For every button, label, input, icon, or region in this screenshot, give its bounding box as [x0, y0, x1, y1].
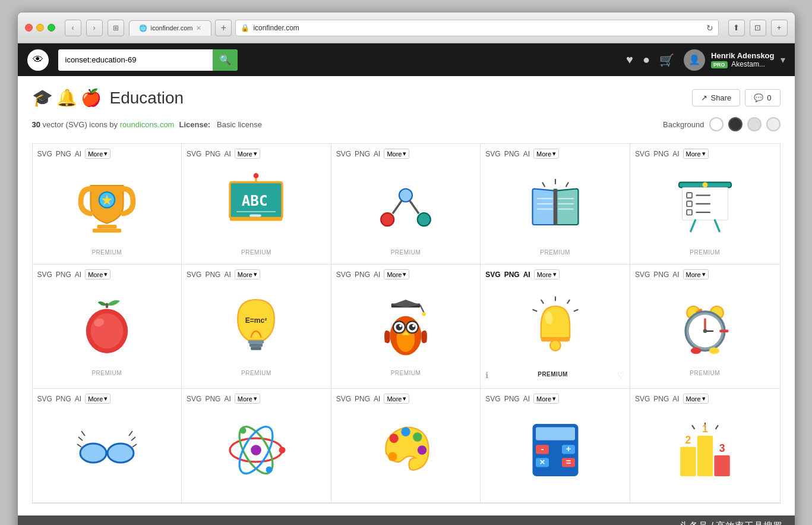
more-dropdown-12[interactable]: More ▾: [235, 394, 260, 404]
png-link-2[interactable]: PNG: [205, 150, 220, 158]
search-button[interactable]: 🔍: [213, 49, 238, 71]
bg-lighter-option[interactable]: [766, 117, 781, 131]
add-tab-button[interactable]: +: [771, 20, 788, 36]
more-dropdown-2[interactable]: More ▾: [235, 149, 260, 159]
more-dropdown-6[interactable]: More ▾: [85, 269, 110, 279]
svg-link-11[interactable]: SVG: [37, 395, 52, 403]
png-link-11[interactable]: PNG: [56, 395, 71, 403]
more-dropdown-4[interactable]: More ▾: [533, 149, 559, 159]
ai-link-12[interactable]: AI: [224, 395, 230, 403]
svg-link-7[interactable]: SVG: [187, 271, 201, 279]
svg-link-5[interactable]: SVG: [635, 150, 650, 158]
favorites-icon[interactable]: ♥: [626, 53, 633, 67]
more-dropdown-9[interactable]: More ▾: [534, 269, 560, 279]
svg-link-14[interactable]: SVG: [485, 395, 500, 403]
svg-link-9[interactable]: SVG: [485, 271, 500, 279]
cart-icon[interactable]: 🛒: [659, 53, 674, 67]
icon-preview-palette[interactable]: [336, 408, 476, 492]
png-link-7[interactable]: PNG: [205, 271, 220, 279]
more-dropdown-10[interactable]: More ▾: [683, 269, 709, 279]
ai-link-15[interactable]: AI: [672, 395, 679, 403]
icon-preview-molecule[interactable]: [336, 164, 476, 247]
provider-link[interactable]: roundicons.com: [120, 120, 175, 129]
back-button[interactable]: ‹: [65, 20, 81, 36]
icon-preview-trophy[interactable]: [37, 164, 177, 247]
png-link-6[interactable]: PNG: [56, 271, 71, 279]
browser-tab[interactable]: 🌐 iconfinder.com ✕: [129, 20, 212, 36]
more-dropdown-7[interactable]: More ▾: [235, 269, 260, 279]
search-input[interactable]: [58, 49, 213, 71]
svg-link-15[interactable]: SVG: [635, 395, 650, 403]
icon-preview-glasses[interactable]: [37, 408, 177, 492]
ai-link-6[interactable]: AI: [75, 271, 81, 279]
ai-link-14[interactable]: AI: [523, 395, 530, 403]
png-link-3[interactable]: PNG: [355, 150, 370, 158]
share-button[interactable]: ↗ Share: [692, 89, 741, 106]
notifications-icon[interactable]: ●: [643, 53, 650, 67]
share-toolbar-button[interactable]: ⬆: [728, 20, 745, 36]
tab-close-icon[interactable]: ✕: [196, 24, 201, 32]
svg-link-10[interactable]: SVG: [635, 271, 650, 279]
more-dropdown-11[interactable]: More ▾: [85, 394, 110, 404]
ai-link[interactable]: AI: [75, 150, 81, 158]
icon-preview-book[interactable]: [485, 164, 625, 247]
ai-link-3[interactable]: AI: [374, 150, 380, 158]
address-bar[interactable]: 🔒 iconfinder.com ↻: [235, 20, 718, 36]
ai-link-4[interactable]: AI: [523, 150, 530, 158]
more-dropdown-13[interactable]: More ▾: [384, 394, 409, 404]
svg-link[interactable]: SVG: [37, 150, 52, 158]
app-logo[interactable]: 👁: [27, 49, 49, 71]
reader-view-button[interactable]: ⊡: [750, 20, 766, 36]
png-link-15[interactable]: PNG: [653, 395, 669, 403]
ai-link-9[interactable]: AI: [523, 271, 530, 279]
bg-light-option[interactable]: [747, 117, 762, 131]
ai-link-5[interactable]: AI: [672, 150, 679, 158]
png-link-4[interactable]: PNG: [504, 150, 520, 158]
more-dropdown-8[interactable]: More ▾: [384, 269, 409, 279]
ai-link-10[interactable]: AI: [672, 271, 679, 279]
svg-link-2[interactable]: SVG: [187, 150, 201, 158]
ai-link-7[interactable]: AI: [224, 271, 230, 279]
icon-preview-atom[interactable]: [187, 408, 326, 492]
svg-link-3[interactable]: SVG: [336, 150, 351, 158]
user-dropdown-icon[interactable]: ▾: [781, 54, 785, 65]
png-link-12[interactable]: PNG: [205, 395, 220, 403]
sidebar-button[interactable]: ⊞: [108, 20, 124, 36]
user-section[interactable]: 👤 Henrik Adenskog PRO Akestam... ▾: [684, 49, 785, 71]
icon-preview-whiteboard[interactable]: [635, 164, 775, 247]
icon-preview-blackboard[interactable]: ABC: [187, 164, 326, 247]
new-tab-button[interactable]: +: [215, 20, 232, 36]
svg-link-4[interactable]: SVG: [485, 150, 500, 158]
icon-preview-owl[interactable]: [336, 284, 476, 367]
more-dropdown-3[interactable]: More ▾: [384, 149, 409, 159]
png-link-5[interactable]: PNG: [653, 150, 669, 158]
svg-link-8[interactable]: SVG: [336, 271, 351, 279]
bg-white-option[interactable]: [709, 117, 723, 131]
minimize-button[interactable]: [36, 24, 44, 32]
svg-link-13[interactable]: SVG: [336, 395, 351, 403]
png-link-10[interactable]: PNG: [653, 271, 669, 279]
ai-link-8[interactable]: AI: [374, 271, 380, 279]
icon-preview-bulb[interactable]: E=mc²: [187, 284, 326, 367]
png-link-8[interactable]: PNG: [355, 271, 370, 279]
forward-button[interactable]: ›: [86, 20, 103, 36]
icon-preview-apple[interactable]: [37, 284, 177, 367]
more-dropdown[interactable]: More ▾: [85, 149, 110, 159]
png-link-13[interactable]: PNG: [355, 395, 370, 403]
more-dropdown-5[interactable]: More ▾: [683, 149, 709, 159]
icon-preview-calculator[interactable]: + - × =: [485, 408, 625, 492]
bg-dark-option[interactable]: [728, 117, 743, 131]
icon-preview-bell[interactable]: [485, 284, 625, 367]
png-link[interactable]: PNG: [56, 150, 71, 158]
favorite-bell-icon[interactable]: ♡: [617, 370, 625, 380]
ai-link-11[interactable]: AI: [75, 395, 81, 403]
svg-link-6[interactable]: SVG: [37, 271, 52, 279]
comment-button[interactable]: 💬 0: [745, 89, 780, 106]
icon-preview-alarm[interactable]: [635, 284, 775, 367]
png-link-14[interactable]: PNG: [504, 395, 520, 403]
png-link-9[interactable]: PNG: [504, 271, 520, 279]
more-dropdown-15[interactable]: More ▾: [683, 394, 709, 404]
maximize-button[interactable]: [48, 24, 55, 32]
reload-button[interactable]: ↻: [706, 23, 713, 33]
ai-link-2[interactable]: AI: [224, 150, 230, 158]
